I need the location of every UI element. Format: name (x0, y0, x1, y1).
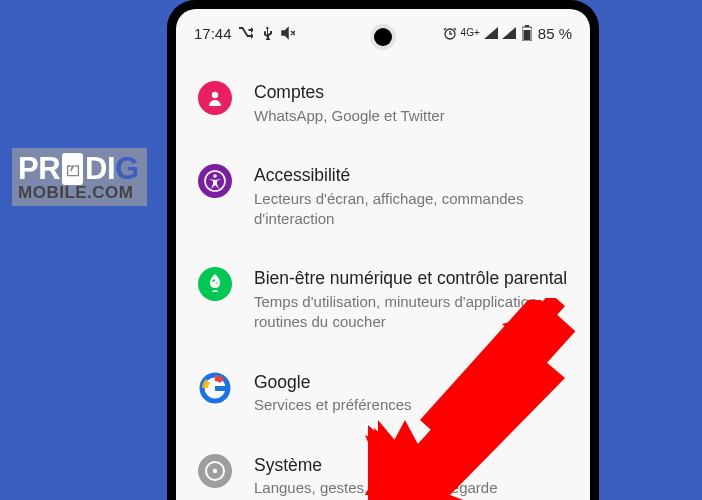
watermark-bottom: MOBILE.COM (18, 185, 139, 201)
status-right: 4G+ 85 % (443, 25, 572, 42)
watermark-overlay: PR⏍DIG MOBILE.COM (12, 148, 147, 206)
wellbeing-icon (198, 267, 232, 301)
item-subtitle: Temps d'utilisation, minuteurs d'applica… (254, 292, 568, 333)
item-title: Comptes (254, 81, 568, 104)
signal-icon-1 (484, 26, 498, 40)
item-subtitle: Services et préférences (254, 395, 568, 415)
svg-rect-3 (523, 30, 530, 40)
settings-item-accounts[interactable]: Comptes WhatsApp, Google et Twitter (176, 61, 590, 144)
settings-item-wellbeing[interactable]: Bien-être numérique et contrôle parental… (176, 247, 590, 350)
accounts-icon (198, 81, 232, 115)
status-left: 17:44 (194, 25, 295, 42)
svg-point-7 (216, 282, 218, 284)
accessibility-icon (198, 164, 232, 198)
battery-icon (520, 26, 534, 40)
camera-punch-hole (374, 28, 392, 46)
item-subtitle: Langues, gestes, heure, sauvegarde (254, 478, 568, 498)
svg-point-6 (213, 174, 217, 178)
network-label: 4G+ (461, 28, 480, 38)
google-icon (198, 371, 232, 405)
phone-screen: 17:44 4G+ (176, 9, 590, 500)
svg-point-11 (213, 468, 217, 472)
system-icon (198, 454, 232, 488)
settings-item-accessibility[interactable]: Accessibilité Lecteurs d'écran, affichag… (176, 144, 590, 247)
status-time: 17:44 (194, 25, 232, 42)
shuffle-icon (239, 26, 253, 40)
alarm-icon (443, 26, 457, 40)
item-title: Google (254, 371, 568, 394)
item-subtitle: Lecteurs d'écran, affichage, commandes d… (254, 189, 568, 230)
battery-percent: 85 % (538, 25, 572, 42)
phone-frame: 17:44 4G+ (167, 0, 599, 500)
item-title: Système (254, 454, 568, 477)
item-title: Bien-être numérique et contrôle parental (254, 267, 568, 290)
item-subtitle: WhatsApp, Google et Twitter (254, 106, 568, 126)
item-title: Accessibilité (254, 164, 568, 187)
usb-icon (260, 26, 274, 40)
settings-item-google[interactable]: Google Services et préférences (176, 351, 590, 434)
settings-list[interactable]: Comptes WhatsApp, Google et Twitter Acce… (176, 57, 590, 500)
svg-rect-2 (525, 25, 529, 27)
signal-icon-2 (502, 26, 516, 40)
svg-rect-9 (215, 386, 229, 391)
settings-item-system[interactable]: Système Langues, gestes, heure, sauvegar… (176, 434, 590, 501)
svg-point-4 (212, 92, 218, 98)
watermark-top: PR⏍DIG (18, 153, 139, 185)
volume-off-icon (281, 26, 295, 40)
